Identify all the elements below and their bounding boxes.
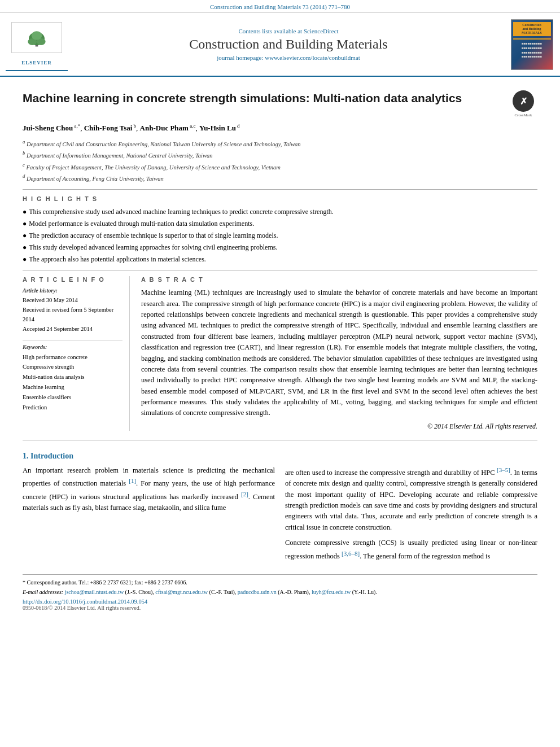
intro-heading: 1. Introduction [23,452,537,461]
highlight-4: ● This study developed advanced learning… [23,242,537,252]
highlight-text-4: This study developed advanced learning a… [29,242,277,252]
journal-header: ELSEVIER Contents lists available at Sci… [0,13,560,77]
abstract-heading: A B S T R A C T [141,276,537,283]
journal-cover-block: Constructionand BuildingMATERIALS ■■■■■■… [509,19,554,70]
highlight-text-2: Model performance is evaluated through m… [29,219,254,229]
affil-d: d Department of Accounting, Feng Chia Un… [23,172,537,184]
dates-block: Received 30 May 2014 Received in revised… [23,296,123,334]
issn-line: 0950-0618/© 2014 Elsevier Ltd. All right… [23,605,537,611]
bullet-5: ● [23,254,27,264]
ref-3-6-8: [3,6–8] [342,550,360,557]
journal-cover-image: Constructionand BuildingMATERIALS ■■■■■■… [511,19,553,70]
elsevier-logo-block: ELSEVIER [6,18,68,71]
highlight-text-5: The approach also has potential applicat… [29,254,206,264]
affil-c: c Faculty of Project Management, The Uni… [23,161,537,172]
kw-2: Compressive strength [23,362,123,372]
journal-title: Construction and Building Materials [73,37,504,52]
sciencedirect-link[interactable]: ScienceDirect [304,28,339,34]
article-info-heading: A R T I C L E I N F O [23,276,123,283]
elsevier-logo-img [11,22,62,53]
date-received: Received 30 May 2014 [23,296,123,305]
highlight-1: ● This comprehensive study used advanced… [23,207,537,217]
ref-1: [1] [129,477,136,484]
svg-point-4 [32,31,42,40]
elsevier-tree-icon [23,28,51,47]
bullet-1: ● [23,207,27,217]
affil-a: a Department of Civil and Construction E… [23,138,537,149]
author-4-super: d [236,123,240,129]
highlights-heading: H I G H L I G H T S [23,195,537,202]
journal-center-block: Contents lists available at ScienceDirec… [73,28,504,61]
author-1-super: a,* [73,123,80,129]
cover-top-text: Constructionand BuildingMATERIALS [513,22,551,37]
intro-para-3: Concrete compressive strength (CCS) is u… [285,538,537,562]
keywords-label: Keywords: [23,344,123,350]
divider-1 [23,189,537,190]
introduction-section: 1. Introduction An important research pr… [23,452,537,566]
bullet-2: ● [23,219,27,229]
crossmark-icon: ✗ [513,90,534,112]
email-link-4[interactable]: luyh@fcu.edu.tw [312,589,351,595]
kw-6: Prediction [23,403,123,413]
email-link-3[interactable]: paducdbu.udn.vn [238,589,277,595]
paper-title: Machine learning in concrete strength si… [23,90,504,106]
authors-line: Jui-Sheng Chou a,*, Chih-Fong Tsai b, An… [23,122,537,134]
history-label: Article history: [23,287,123,294]
author-2-super: b [132,123,136,129]
crossmark-label: CrossMark [514,113,532,117]
sciencedirect-line: Contents lists available at ScienceDirec… [73,28,504,34]
info-abstract-section: A R T I C L E I N F O Article history: R… [23,276,537,431]
citation-bar: Construction and Building Materials 73 (… [0,0,560,13]
kw-3: Multi-nation data analysis [23,372,123,382]
highlight-2: ● Model performance is evaluated through… [23,219,537,229]
article-info-block: A R T I C L E I N F O Article history: R… [23,276,130,431]
doi-line: http://dx.doi.org/10.1016/j.conbuildmat.… [23,599,537,605]
paper-title-section: Machine learning in concrete strength si… [23,90,537,117]
affil-b: b Department of Information Management, … [23,149,537,160]
citation-text: Construction and Building Materials 73 (… [210,3,350,10]
kw-4: Machine learning [23,382,123,392]
highlight-5: ● The approach also has potential applic… [23,254,537,264]
date-accepted: Accepted 24 September 2014 [23,325,123,334]
author-4: Yu-Hsin Lu [199,124,236,132]
crossmark-block: ✗ CrossMark [509,90,537,117]
keywords-list: High performance concrete Compressive st… [23,352,123,413]
author-3: Anh-Duc Pham [140,124,189,132]
ref-2: [2] [241,491,248,497]
bullet-4: ● [23,242,27,252]
highlight-text-1: This comprehensive study used advanced m… [29,207,333,217]
doi-link[interactable]: http://dx.doi.org/10.1016/j.conbuildmat.… [23,599,147,605]
kw-5: Ensemble classifiers [23,392,123,403]
affiliations-block: a Department of Civil and Construction E… [23,138,537,184]
bullet-3: ● [23,230,27,241]
abstract-block: A B S T R A C T Machine learning (ML) te… [141,276,537,431]
kw-1: High performance concrete [23,352,123,362]
highlight-3: ● The prediction accuracy of ensemble te… [23,230,537,241]
intro-left-col: An important research problem in materia… [23,465,275,566]
main-content: Machine learning in concrete strength si… [0,77,560,617]
footnote-corresponding: * Corresponding author. Tel.: +886 2 273… [23,578,537,587]
date-revised: Received in revised form 5 September 201… [23,305,123,325]
intro-para-2: are often used to increase the compressi… [285,465,537,533]
author-3-super: a,c [189,123,196,129]
footer-section: * Corresponding author. Tel.: +886 2 273… [23,574,537,611]
intro-two-col: An important research problem in materia… [23,465,537,566]
abstract-rights: © 2014 Elsevier Ltd. All rights reserved… [141,422,537,431]
intro-right-col: are often used to increase the compressi… [285,465,537,566]
email-link-1[interactable]: jschou@mail.ntust.edu.tw [65,589,124,595]
intro-para-1: An important research problem in materia… [23,465,275,514]
journal-homepage: journal homepage: www.elsevier.com/locat… [73,54,504,61]
footnote-emails: E-mail addresses: jschou@mail.ntust.edu.… [23,588,537,596]
ref-3-5: [3–5] [497,466,510,473]
divider-2 [23,270,537,270]
divider-3 [23,440,537,440]
email-link-2[interactable]: cftsai@mgt.ncu.edu.tw [155,589,208,595]
abstract-text: Machine learning (ML) techniques are inc… [141,287,537,419]
highlights-section: H I G H L I G H T S ● This comprehensive… [23,195,537,264]
elsevier-label: ELSEVIER [21,60,52,65]
author-2: Chih-Fong Tsai [84,124,133,132]
highlight-text-3: The prediction accuracy of ensemble tech… [29,230,278,241]
author-1: Jui-Sheng Chou [23,124,73,132]
homepage-link[interactable]: journal homepage: www.elsevier.com/locat… [217,54,360,61]
